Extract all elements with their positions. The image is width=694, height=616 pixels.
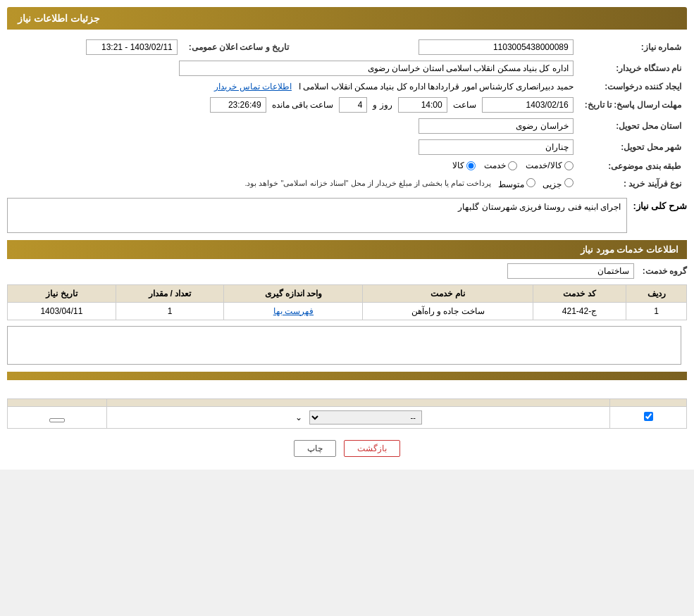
perm-required-checkbox [644,412,653,421]
category-label: طبقه بندی موضوعی: [579,158,687,175]
service-group-input[interactable] [507,263,634,279]
province-label: استان محل تحویل: [579,115,687,137]
cell-row: 1 [626,302,687,320]
need-desc-text: اجرای ابنیه فنی روستا فریزی شهرستان گلبه… [458,202,621,212]
city-label: شهر محل تحویل: [579,137,687,158]
announce-date-label: تاریخ و ساعت اعلان عمومی: [183,37,295,58]
need-desc-label: شرح کلی نیاز: [633,198,687,211]
purchase-type-option-motevaset[interactable]: متوسط [498,178,535,189]
buyer-org-label: نام دستگاه خریدار: [579,58,687,79]
need-desc-box: اجرای ابنیه فنی روستا فریزی شهرستان گلبه… [7,198,627,233]
date-input[interactable] [482,97,574,113]
buyer-desc-box [7,326,681,365]
requester-label: ایجاد کننده درخواست: [579,79,687,94]
purchase-type-label: نوع فرآیند خرید : [579,175,687,192]
cell-code: ج-42-421 [533,302,626,320]
requester-text: حمید دبیرانصاری کارشناس امور قراردادها ا… [299,82,574,92]
perm-status-select[interactable]: -- [309,410,422,425]
need-number-value [295,37,579,58]
category-option-khadamat[interactable]: خدمت [484,161,517,170]
unit-link[interactable]: فهرست بها [273,306,314,316]
col-count: تعداد / مقدار [116,284,224,302]
col-date: تاریخ نیاز [8,284,116,302]
purchase-type-row: جزیی متوسط پرداخت تمام یا بخشی از مبلغ خ… [7,175,579,192]
services-table: ردیف کد خدمت نام خدمت واحد اندازه گیری ت… [7,284,687,320]
announce-date-input[interactable] [86,39,178,55]
response-deadline-label: مهلت ارسال پاسخ: تا تاریخ: [579,94,687,115]
page-wrapper: جزئیات اطلاعات نیاز شماره نیاز: تاریخ و … [0,0,694,470]
print-button[interactable]: چاپ [294,440,336,457]
permission-row: -- ⌄ [8,406,687,428]
need-desc-container: اجرای ابنیه فنی روستا فریزی شهرستان گلبه… [7,198,627,233]
perm-col-required [610,398,687,406]
city-input[interactable] [419,139,574,155]
announce-date-value [7,37,183,58]
need-number-label: شماره نیاز: [579,37,687,58]
province-input[interactable] [419,118,574,134]
footer-buttons: بازگشت چاپ [7,440,687,457]
time-input[interactable] [398,97,447,113]
perm-detail-cell [8,406,107,428]
cell-unit: فهرست بها [224,302,363,320]
col-unit: واحد اندازه گیری [224,284,363,302]
purchase-type-note: پرداخت تمام یا بخشی از مبلغ خریدار از مح… [244,179,491,188]
service-group-row: گروه خدمت: [7,263,687,279]
perm-col-status [107,398,610,406]
perm-col-detail [8,398,107,406]
cell-count: 1 [116,302,224,320]
buyer-org-input[interactable] [179,61,574,76]
category-radio-kala[interactable] [466,161,476,170]
contact-info-link[interactable]: اطلاعات تماس خریدار [214,82,292,92]
need-number-input[interactable] [419,39,574,55]
perm-required-cell [610,406,687,428]
need-desc-section: شرح کلی نیاز: اجرای ابنیه فنی روستا فریز… [7,198,687,233]
back-button[interactable]: بازگشت [344,440,400,457]
cell-name: ساخت جاده و راه‌آهن [363,302,533,320]
view-permission-button[interactable] [49,418,65,422]
buyer-desc-container [7,326,681,365]
category-radio-group: کالا/خدمت خدمت کالا [452,161,573,170]
main-info-table: شماره نیاز: تاریخ و ساعت اعلان عمومی: نا… [7,37,687,192]
page-header: جزئیات اطلاعات نیاز [7,7,687,30]
col-name: نام خدمت [363,284,533,302]
purchase-type-radio-jozii[interactable] [564,178,574,187]
buyer-desc-section [7,326,687,365]
service-group-label: گروه خدمت: [643,266,687,276]
purchase-type-radio-motevaset[interactable] [526,178,535,187]
table-row: 1 ج-42-421 ساخت جاده و راه‌آهن فهرست بها… [8,302,687,320]
requester-value: حمید دبیرانصاری کارشناس امور قراردادها ا… [7,79,579,94]
time-label: ساعت [453,100,476,110]
category-row: کالا/خدمت خدمت کالا [7,158,579,175]
category-option-kala[interactable]: کالا [452,161,476,170]
province-value [7,115,579,137]
category-radio-kala-khadamat[interactable] [564,161,574,170]
remaining-label: ساعت باقی مانده [272,100,334,110]
buyer-org-value [7,58,579,79]
col-code: کد خدمت [533,284,626,302]
services-section-title: اطلاعات خدمات مورد نیاز [7,240,687,259]
perm-status-cell: -- ⌄ [107,406,610,428]
remaining-input[interactable] [210,97,266,113]
category-radio-khadamat[interactable] [508,161,517,170]
response-deadline-row: ساعت روز و ساعت باقی مانده [7,94,579,115]
permissions-table: -- ⌄ [7,398,687,429]
day-input[interactable] [339,97,367,113]
col-row: ردیف [626,284,687,302]
page-title: جزئیات اطلاعات نیاز [18,13,100,24]
city-value [7,137,579,158]
category-option-kala-khadamat[interactable]: کالا/خدمت [526,161,573,170]
cell-date: 1403/04/11 [8,302,116,320]
permissions-section-title [7,372,687,380]
purchase-type-option-jozii[interactable]: جزیی [543,178,573,189]
day-label: روز و [373,100,392,110]
